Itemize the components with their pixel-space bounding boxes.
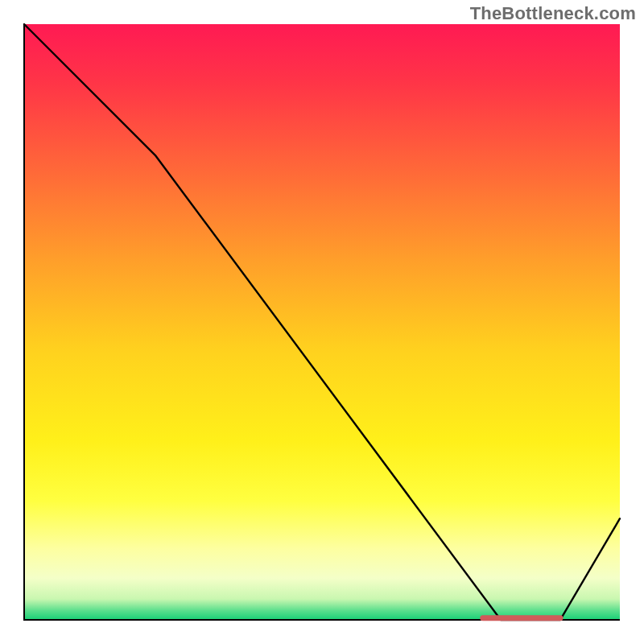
- bottleneck-chart: [0, 0, 644, 644]
- chart-container: TheBottleneck.com: [0, 0, 644, 644]
- watermark-text: TheBottleneck.com: [470, 3, 636, 24]
